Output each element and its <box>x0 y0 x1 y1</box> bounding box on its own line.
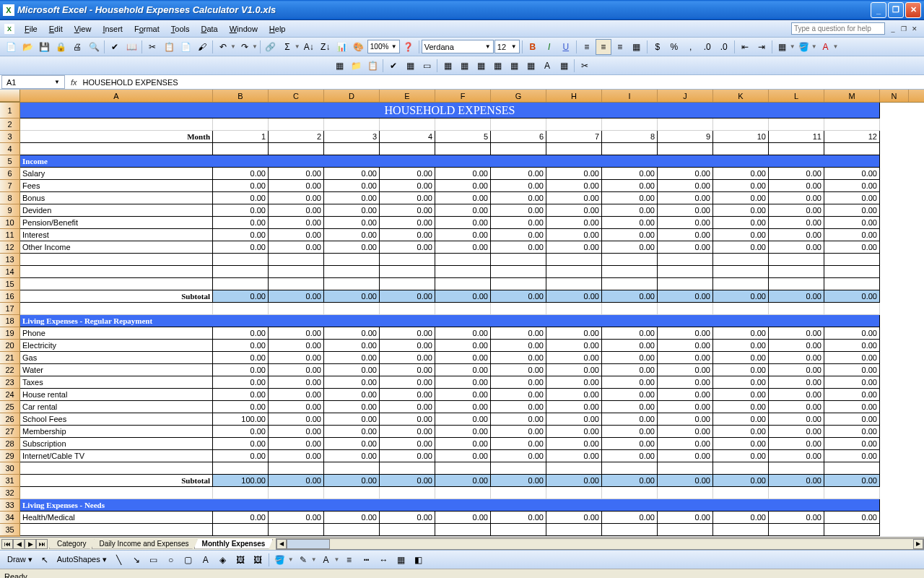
cell[interactable] <box>269 487 324 499</box>
cell[interactable]: 0.00 <box>658 512 713 524</box>
cell[interactable] <box>324 524 380 536</box>
drawing-icon[interactable]: 🎨 <box>351 39 367 55</box>
cell[interactable]: 0.00 <box>824 327 880 340</box>
oval-icon[interactable]: ○ <box>163 552 179 568</box>
cell[interactable]: 0.00 <box>324 168 380 180</box>
cell[interactable]: 0.00 <box>824 389 880 401</box>
cell[interactable]: 0.00 <box>713 376 769 389</box>
cell[interactable] <box>269 118 324 131</box>
cell[interactable]: 7 <box>546 131 602 143</box>
tool-icon-7[interactable]: ▦ <box>440 58 456 74</box>
cell[interactable] <box>824 487 880 499</box>
cell[interactable]: 0.00 <box>324 352 380 364</box>
row-header-5[interactable]: 5 <box>0 155 20 168</box>
fill-color-icon[interactable]: 🪣 <box>796 39 812 55</box>
cell[interactable]: 0.00 <box>658 352 713 364</box>
cell[interactable] <box>602 487 658 499</box>
percent-icon[interactable]: % <box>666 39 682 55</box>
cell[interactable]: 0.00 <box>491 241 546 254</box>
cell[interactable]: 0.00 <box>213 204 269 217</box>
cell[interactable]: 0.00 <box>435 401 491 413</box>
cell[interactable] <box>546 254 602 266</box>
cell[interactable]: 0.00 <box>824 217 880 229</box>
tool-icon-5[interactable]: ▦ <box>402 58 418 74</box>
cell[interactable]: Salary <box>20 168 213 180</box>
cell[interactable]: 0.00 <box>324 389 380 401</box>
format-painter-icon[interactable]: 🖌 <box>194 39 210 55</box>
excel-doc-icon[interactable]: X <box>4 24 14 34</box>
draw-menu[interactable]: Draw ▾ <box>4 555 35 564</box>
row-header-27[interactable]: 27 <box>0 426 20 438</box>
cell[interactable] <box>713 254 769 266</box>
menu-format[interactable]: Format <box>128 23 165 35</box>
cell[interactable]: 0.00 <box>824 290 880 303</box>
cell[interactable]: 0.00 <box>435 217 491 229</box>
cell[interactable] <box>380 266 435 278</box>
cell[interactable]: 0.00 <box>213 229 269 241</box>
cell[interactable] <box>769 278 824 290</box>
row-header-24[interactable]: 24 <box>0 389 20 401</box>
menu-view[interactable]: View <box>69 23 97 35</box>
cell[interactable] <box>546 118 602 131</box>
cell[interactable]: 0.00 <box>435 241 491 254</box>
cell[interactable]: Subtotal <box>20 475 213 487</box>
cell[interactable]: 0.00 <box>769 512 824 524</box>
cell[interactable]: 0.00 <box>435 340 491 352</box>
cell[interactable]: 0.00 <box>546 192 602 204</box>
diagram-icon[interactable]: ◈ <box>215 552 231 568</box>
cell[interactable] <box>824 524 880 536</box>
cell[interactable] <box>658 462 713 475</box>
cell[interactable]: 0.00 <box>213 364 269 376</box>
print-preview-icon[interactable]: 🔍 <box>86 39 102 55</box>
cell[interactable] <box>713 266 769 278</box>
cell[interactable] <box>269 278 324 290</box>
cell[interactable]: 0.00 <box>213 290 269 303</box>
copy-icon[interactable]: 📋 <box>161 39 177 55</box>
3d-icon[interactable]: ◧ <box>411 552 427 568</box>
cell[interactable]: 0.00 <box>269 327 324 340</box>
cell[interactable]: Internet/Cable TV <box>20 450 213 462</box>
cell[interactable] <box>658 266 713 278</box>
cell[interactable] <box>769 303 824 315</box>
print-icon[interactable]: 🖨 <box>69 39 85 55</box>
cell[interactable]: 0.00 <box>324 217 380 229</box>
row-header-28[interactable]: 28 <box>0 438 20 450</box>
cell[interactable]: 0.00 <box>769 192 824 204</box>
cell[interactable]: 0.00 <box>602 401 658 413</box>
cell[interactable] <box>491 118 546 131</box>
cell[interactable] <box>269 266 324 278</box>
paste-icon[interactable]: 📄 <box>178 39 193 55</box>
cell[interactable] <box>546 266 602 278</box>
cell[interactable]: 0.00 <box>658 376 713 389</box>
cell[interactable]: 0.00 <box>713 192 769 204</box>
row-header-14[interactable]: 14 <box>0 266 20 278</box>
cell[interactable]: 0.00 <box>546 475 602 487</box>
cell[interactable]: 0.00 <box>380 327 435 340</box>
cell[interactable]: 0.00 <box>546 401 602 413</box>
cell[interactable]: 0.00 <box>491 475 546 487</box>
autoshapes-menu[interactable]: AutoShapes ▾ <box>54 555 110 564</box>
tool-icon-9[interactable]: ▦ <box>473 58 489 74</box>
cell[interactable] <box>491 462 546 475</box>
cell[interactable]: 0.00 <box>435 475 491 487</box>
cell[interactable] <box>435 487 491 499</box>
tool-icon-4[interactable]: ✔ <box>385 58 401 74</box>
cell[interactable]: 0.00 <box>435 450 491 462</box>
menu-help[interactable]: Help <box>263 23 292 35</box>
cell[interactable]: 0.00 <box>713 217 769 229</box>
sort-asc-icon[interactable]: A↓ <box>301 39 317 55</box>
bold-button[interactable]: B <box>525 39 541 55</box>
cell[interactable]: 0.00 <box>269 241 324 254</box>
cell[interactable]: 0.00 <box>713 290 769 303</box>
zoom-select[interactable]: 100%▼ <box>367 40 400 53</box>
tool-icon-10[interactable]: ▦ <box>489 58 505 74</box>
cell[interactable]: 0.00 <box>824 352 880 364</box>
column-header-N[interactable]: N <box>880 90 909 102</box>
cell[interactable]: 0.00 <box>324 290 380 303</box>
cell[interactable] <box>324 487 380 499</box>
tab-last-button[interactable]: ⏭ <box>36 539 48 549</box>
row-header-31[interactable]: 31 <box>0 475 20 487</box>
cell[interactable]: 0.00 <box>769 327 824 340</box>
chart-icon[interactable]: 📊 <box>334 39 350 55</box>
cell[interactable]: 0.00 <box>213 512 269 524</box>
